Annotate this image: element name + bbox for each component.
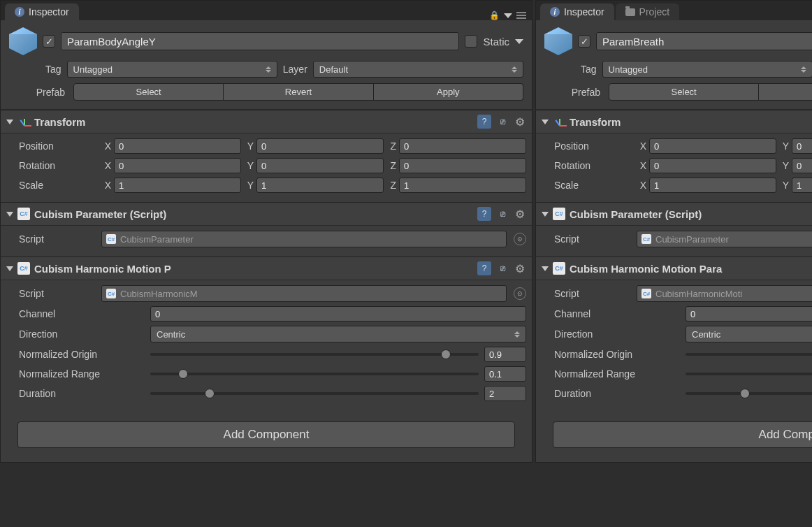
foldout-icon[interactable]	[542, 266, 549, 271]
duration-slider[interactable]	[686, 392, 812, 395]
position-x-field[interactable]	[114, 138, 241, 154]
add-component-button[interactable]: Add Component	[17, 421, 515, 448]
help-icon[interactable]: ?	[477, 207, 491, 221]
transform-header[interactable]: Transform ? ⎚ ⚙	[1, 110, 532, 133]
preset-icon[interactable]: ⎚	[495, 207, 509, 221]
tag-dropdown[interactable]: Untagged	[67, 61, 277, 78]
component-title: Cubism Parameter (Script)	[34, 208, 473, 220]
prefab-revert-button[interactable]: Revert	[759, 83, 812, 101]
enabled-checkbox[interactable]	[578, 35, 590, 48]
rotation-y-field[interactable]	[256, 158, 384, 173]
axis-y-label: Y	[244, 140, 254, 152]
component-title: Cubism Harmonic Motion P	[34, 263, 473, 275]
rotation-y-field[interactable]	[792, 158, 812, 173]
gear-icon[interactable]: ⚙	[514, 115, 526, 129]
position-y-field[interactable]	[792, 138, 812, 154]
static-dropdown[interactable]	[515, 39, 523, 44]
folder-icon	[625, 8, 635, 16]
normalized-origin-slider[interactable]	[150, 353, 479, 356]
tab-inspector[interactable]: i Inspector	[5, 3, 79, 20]
normalized-origin-slider[interactable]	[686, 353, 812, 356]
prefab-apply-button[interactable]: Apply	[374, 83, 523, 101]
gameobject-header: Static Tag Untagged Layer Default Prefab…	[1, 20, 532, 110]
static-checkbox[interactable]	[465, 35, 477, 48]
tab-inspector[interactable]: i Inspector	[540, 3, 614, 20]
direction-dropdown[interactable]: Centric	[150, 326, 526, 342]
gameobject-name-field[interactable]	[596, 32, 812, 50]
tab-label: Inspector	[564, 6, 604, 17]
position-y-field[interactable]	[256, 138, 384, 154]
axis-z-label: Z	[386, 140, 396, 152]
normalized-range-slider[interactable]	[686, 373, 812, 375]
prefab-select-button[interactable]: Select	[73, 83, 224, 101]
tabbar: i Inspector 🔒	[1, 1, 532, 20]
scale-z-field[interactable]	[399, 178, 526, 193]
scale-label: Scale	[6, 180, 97, 191]
csharp-icon: C#	[17, 208, 30, 220]
direction-label: Direction	[542, 329, 681, 340]
position-x-field[interactable]	[649, 138, 776, 154]
gameobject-icon[interactable]	[544, 27, 572, 55]
lock-icon[interactable]: 🔒	[489, 10, 500, 20]
duration-slider[interactable]	[150, 392, 479, 395]
channel-field[interactable]	[686, 306, 812, 322]
gear-icon[interactable]: ⚙	[514, 262, 526, 275]
foldout-icon[interactable]	[6, 212, 13, 217]
foldout-icon[interactable]	[542, 212, 549, 217]
add-component-button[interactable]: Add Component	[553, 421, 812, 448]
duration-label: Duration	[542, 388, 681, 399]
scale-y-field[interactable]	[792, 178, 812, 193]
normalized-origin-label: Normalized Origin	[542, 349, 681, 360]
foldout-icon[interactable]	[542, 120, 549, 124]
scale-label: Scale	[542, 180, 632, 191]
prefab-select-button[interactable]: Select	[609, 83, 759, 101]
preset-icon[interactable]: ⎚	[495, 115, 509, 129]
help-icon[interactable]: ?	[477, 261, 491, 275]
direction-dropdown[interactable]: Centric	[686, 326, 812, 342]
tab-project[interactable]: Project	[616, 3, 680, 20]
normalized-origin-field[interactable]	[484, 347, 526, 362]
preset-icon[interactable]: ⎚	[495, 261, 509, 275]
help-icon[interactable]: ?	[477, 115, 491, 129]
layer-dropdown[interactable]: Default	[313, 61, 523, 78]
gear-icon[interactable]: ⚙	[514, 208, 526, 221]
cubism-parameter-header[interactable]: C# Cubism Parameter (Script) ? ⎚ ⚙	[1, 202, 532, 226]
csharp-icon: C#	[17, 262, 30, 275]
rotation-x-field[interactable]	[114, 158, 241, 173]
rotation-z-field[interactable]	[399, 158, 526, 173]
channel-label: Channel	[6, 308, 146, 319]
enabled-checkbox[interactable]	[43, 35, 55, 48]
position-z-field[interactable]	[399, 138, 526, 154]
cubism-harmonic-header[interactable]: C# Cubism Harmonic Motion Para ? ⎚ ⚙	[536, 257, 812, 280]
scale-y-field[interactable]	[256, 178, 384, 193]
transform-header[interactable]: Transform ? ⎚ ⚙	[536, 110, 812, 133]
normalized-range-field[interactable]	[484, 366, 526, 382]
gameobject-header: Static Tag Untagged Layer Default Prefab…	[536, 20, 812, 110]
channel-field[interactable]	[150, 306, 526, 322]
channel-label: Channel	[542, 308, 681, 319]
prefab-label: Prefab	[9, 87, 73, 98]
object-picker-icon[interactable]: ⊙	[514, 287, 526, 300]
duration-label: Duration	[6, 388, 146, 399]
layer-label: Layer	[283, 64, 307, 75]
normalized-range-slider[interactable]	[150, 373, 479, 375]
panel-menu-arrow[interactable]	[504, 13, 512, 18]
foldout-icon[interactable]	[6, 120, 13, 124]
script-label: Script	[6, 288, 97, 299]
foldout-icon[interactable]	[6, 266, 13, 271]
object-picker-icon[interactable]: ⊙	[514, 233, 526, 245]
gameobject-name-field[interactable]	[61, 32, 459, 50]
script-label: Script	[542, 288, 632, 299]
tag-dropdown[interactable]: Untagged	[602, 61, 812, 78]
cubism-parameter-header[interactable]: C# Cubism Parameter (Script) ? ⎚ ⚙	[536, 202, 812, 226]
cubism-harmonic-header[interactable]: C# Cubism Harmonic Motion P ? ⎚ ⚙	[1, 257, 532, 280]
panel-menu-icon[interactable]	[516, 12, 526, 19]
prefab-revert-button[interactable]: Revert	[224, 83, 373, 101]
csharp-icon: C#	[553, 262, 565, 275]
rotation-x-field[interactable]	[649, 158, 776, 173]
gameobject-icon[interactable]	[9, 27, 37, 55]
script-field: C#CubismHarmonicMoti	[637, 285, 812, 302]
scale-x-field[interactable]	[114, 178, 241, 193]
scale-x-field[interactable]	[649, 178, 776, 193]
duration-field[interactable]	[484, 386, 526, 401]
